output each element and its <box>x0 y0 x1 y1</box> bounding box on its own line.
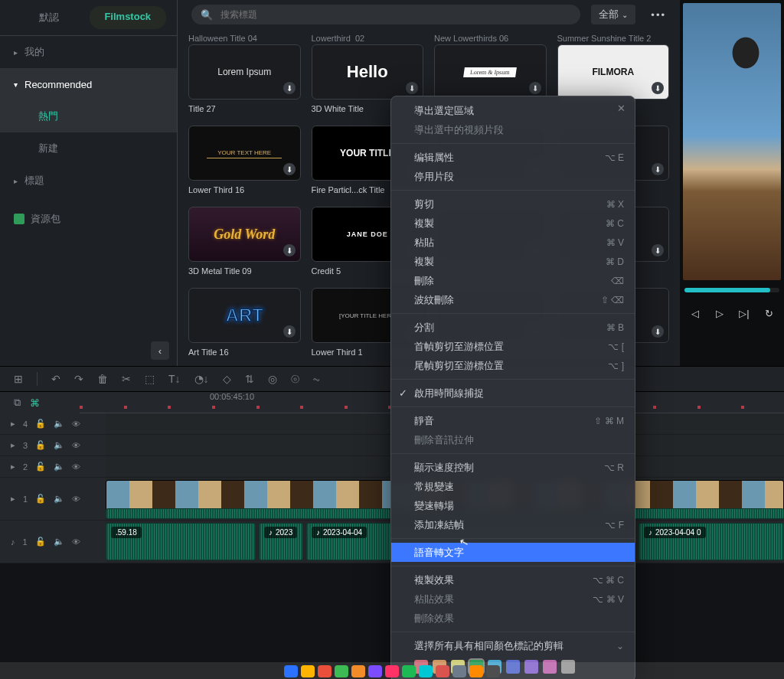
menu-split[interactable]: 分割⌘ B <box>391 318 635 337</box>
dock-app-icon[interactable] <box>486 665 500 677</box>
layout-icon[interactable]: ⊞ <box>14 373 23 385</box>
menu-select-by-color[interactable]: 選擇所有具有相同顏色標記的剪輯⌄ <box>391 636 635 655</box>
download-icon[interactable]: ⬇ <box>652 163 664 175</box>
menu-paste-effects: 粘貼效果⌥ ⌘ V <box>391 589 635 609</box>
title-card-label: Summer Sunshine Title 2 <box>557 29 670 41</box>
sidebar-item-mine[interactable]: ▸我的 <box>0 36 177 68</box>
sidebar-item-packs[interactable]: 資源包 <box>0 203 177 235</box>
menu-cut[interactable]: 剪切⌘ X <box>391 194 635 214</box>
download-icon[interactable]: ⬇ <box>529 82 541 94</box>
filter-dropdown[interactable]: 全部⌄ <box>591 5 635 24</box>
audio-tool[interactable]: ⏦ <box>313 373 319 385</box>
dock-app-icon[interactable] <box>368 665 382 677</box>
chevron-down-icon: ⌄ <box>622 11 628 19</box>
download-icon[interactable]: ⬇ <box>283 163 296 175</box>
sidebar-item-recommended[interactable]: ▾Recommended <box>0 68 177 100</box>
menu-copy[interactable]: 複製⌘ C <box>391 214 635 233</box>
title-card[interactable]: YOUR TEXT HERE⬇Lower Third 16 <box>188 126 301 196</box>
menu-speed-control[interactable]: 顯示速度控制⌥ R <box>391 458 635 477</box>
download-icon[interactable]: ⬇ <box>652 82 664 94</box>
download-icon[interactable]: ⬇ <box>283 244 296 256</box>
video-track-icon: ▸ <box>11 419 15 429</box>
prev-frame-button[interactable]: ◁ <box>687 305 704 322</box>
title-card[interactable]: Lorem Ipsum⬇Title 27 <box>188 44 301 115</box>
sidebar-item-hot[interactable]: 熱門 <box>0 100 177 132</box>
preview-scrubber[interactable] <box>684 288 779 292</box>
marker-tool[interactable]: ⦾ <box>291 373 299 386</box>
undo-button[interactable]: ↶ <box>51 373 60 385</box>
menu-speech-to-text[interactable]: 語音轉文字 <box>391 543 635 562</box>
download-icon[interactable]: ⬇ <box>652 244 664 256</box>
dock-app-icon[interactable] <box>335 665 348 677</box>
more-menu[interactable]: ••• <box>646 9 671 21</box>
mute-icon[interactable]: 🔈 <box>54 419 64 429</box>
preview-video[interactable] <box>683 3 781 280</box>
search-box[interactable]: 🔍 <box>191 5 580 24</box>
tab-default[interactable]: 默認 <box>11 6 88 29</box>
title-card-label: Art Title 16 <box>188 343 301 358</box>
preview-panel: ◁ ▷ ▷| ↻ <box>680 0 784 366</box>
download-icon[interactable]: ⬇ <box>406 82 418 94</box>
sidebar-item-titles[interactable]: ▸標題 <box>0 165 177 197</box>
menu-copy-effects[interactable]: 複製效果⌥ ⌘ C <box>391 570 635 589</box>
title-card-label: Title 27 <box>188 100 301 115</box>
package-icon <box>14 214 24 224</box>
color-tool[interactable]: ◎ <box>268 373 277 385</box>
tab-filmstock[interactable]: Filmstock <box>90 6 167 29</box>
title-card[interactable]: ART⬇Art Title 16 <box>188 288 301 358</box>
dock-app-icon[interactable] <box>419 665 433 677</box>
dock-app-icon[interactable] <box>436 665 449 677</box>
search-icon: 🔍 <box>201 9 213 21</box>
menu-ripple-delete[interactable]: 波紋刪除⇧ ⌫ <box>391 290 635 309</box>
search-input[interactable] <box>219 8 571 21</box>
menu-delete-stretch: 刪除音訊拉伸 <box>391 430 635 449</box>
macos-dock[interactable] <box>0 662 784 679</box>
dock-app-icon[interactable] <box>452 665 466 677</box>
redo-button[interactable]: ↷ <box>74 373 83 385</box>
delete-button[interactable]: 🗑 <box>97 373 108 385</box>
menu-mute[interactable]: 靜音⇧ ⌘ M <box>391 411 635 430</box>
text-tool[interactable]: T↓ <box>168 373 181 385</box>
sidebar: 默認 Filmstock ▸我的 ▾Recommended 熱門 新建 ▸標題 … <box>0 0 178 366</box>
select-tool[interactable]: ⬚ <box>145 373 155 385</box>
sidebar-item-new[interactable]: 新建 <box>38 132 177 165</box>
menu-freeze-frame[interactable]: 添加凍結幀⌥ F <box>391 515 635 534</box>
menu-export-region[interactable]: 導出選定區域 <box>391 101 635 120</box>
menu-delete[interactable]: 刪除⌫ <box>391 271 635 290</box>
collapse-sidebar-button[interactable]: ‹ <box>151 341 169 360</box>
download-icon[interactable]: ⬇ <box>283 325 296 338</box>
dock-app-icon[interactable] <box>284 665 298 677</box>
dock-app-icon[interactable] <box>351 665 365 677</box>
speed-tool[interactable]: ◔↓ <box>194 373 209 385</box>
next-frame-button[interactable]: ▷| <box>736 305 753 322</box>
eye-icon[interactable]: 👁 <box>72 419 80 429</box>
menu-trim-end[interactable]: 尾幀剪切至游標位置⌥ ] <box>391 356 635 375</box>
dup-track-icon[interactable]: ⧉ <box>14 397 21 409</box>
cut-button[interactable]: ✂ <box>122 373 131 385</box>
lock-icon[interactable]: 🔓 <box>35 419 46 429</box>
download-icon[interactable]: ⬇ <box>283 82 296 94</box>
menu-uniform-speed[interactable]: 常規變速 <box>391 477 635 496</box>
dock-app-icon[interactable] <box>402 665 416 677</box>
crop-tool[interactable]: ◇ <box>223 373 231 385</box>
adjust-tool[interactable]: ⇅ <box>245 373 254 385</box>
title-card[interactable]: Gold Word⬇3D Metal Title 09 <box>188 207 301 277</box>
play-button[interactable]: ▷ <box>711 305 728 322</box>
dock-app-icon[interactable] <box>301 665 315 677</box>
download-icon[interactable]: ⬇ <box>652 325 664 338</box>
title-card-label: Halloween Title 04 <box>188 29 301 41</box>
menu-export-clips: 導出選中的視頻片段 <box>391 120 635 139</box>
menu-paste[interactable]: 粘貼⌘ V <box>391 233 635 252</box>
menu-speed-ramp[interactable]: 變速轉場 <box>391 496 635 515</box>
loop-button[interactable]: ↻ <box>760 305 777 322</box>
dock-app-icon[interactable] <box>385 665 399 677</box>
dock-app-icon[interactable] <box>318 665 332 677</box>
menu-disable-clip[interactable]: 停用片段 <box>391 167 635 186</box>
dock-app-icon[interactable] <box>469 665 483 677</box>
menu-snapping[interactable]: 啟用時間線捕捉 <box>391 384 635 403</box>
menu-edit-properties[interactable]: 编辑属性⌥ E <box>391 148 635 167</box>
menu-trim-start[interactable]: 首幀剪切至游標位置⌥ [ <box>391 337 635 356</box>
context-menu: ✕ 導出選定區域 導出選中的視頻片段 编辑属性⌥ E 停用片段 剪切⌘ X 複製… <box>390 96 635 679</box>
link-icon[interactable]: ⌘ <box>30 397 40 409</box>
menu-duplicate[interactable]: 複製⌘ D <box>391 252 635 271</box>
